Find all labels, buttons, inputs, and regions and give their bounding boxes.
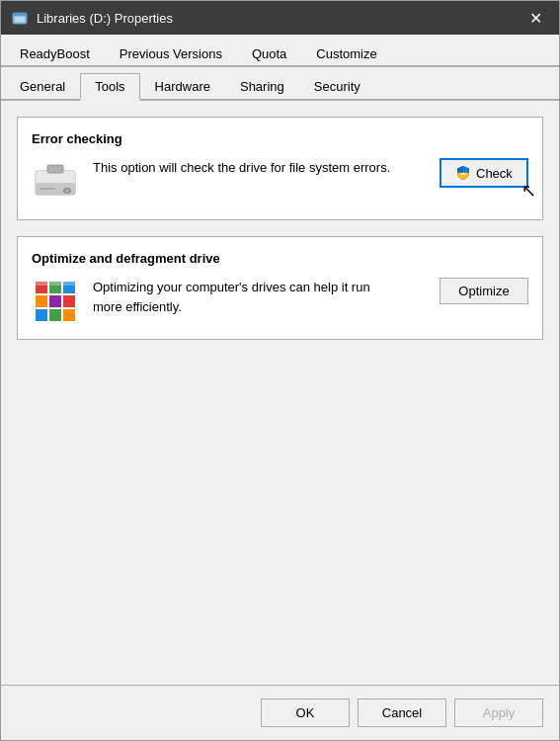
drive-icon-container (32, 158, 79, 206)
optimize-button[interactable]: Optimize (440, 278, 528, 304)
title-bar: Libraries (D:) Properties ✕ (1, 1, 559, 35)
window-icon (11, 9, 29, 27)
tab-previous-versions[interactable]: Previous Versions (105, 41, 237, 67)
tabs-row-1: ReadyBoost Previous Versions Quota Custo… (1, 35, 559, 67)
content-area: Error checking This o (1, 101, 559, 685)
tab-customize[interactable]: Customize (301, 41, 391, 67)
check-button[interactable]: Check (440, 158, 528, 188)
optimize-title: Optimize and defragment drive (32, 251, 528, 266)
apply-label: Apply (483, 705, 516, 720)
svg-rect-2 (13, 13, 27, 16)
tab-quota[interactable]: Quota (237, 41, 301, 67)
cancel-button[interactable]: Cancel (358, 699, 446, 727)
error-checking-body: This option will check the drive for fil… (32, 158, 528, 206)
defrag-icon-container (32, 278, 79, 325)
properties-window: Libraries (D:) Properties ✕ ReadyBoost P… (0, 0, 560, 741)
tab-general[interactable]: General (5, 73, 80, 101)
drive-icon (32, 163, 79, 201)
error-checking-text: This option will check the drive for fil… (93, 158, 396, 178)
tabs-row-2: General Tools Hardware Sharing Security (1, 67, 559, 101)
tab-security[interactable]: Security (299, 73, 375, 101)
tab-hardware[interactable]: Hardware (140, 73, 225, 101)
tab-sharing[interactable]: Sharing (225, 73, 299, 101)
svg-rect-19 (36, 282, 47, 286)
svg-rect-18 (63, 309, 75, 321)
optimize-text: Optimizing your computer's drives can he… (93, 278, 396, 316)
apply-button[interactable]: Apply (454, 699, 543, 727)
svg-rect-15 (63, 295, 75, 307)
defrag-icon (32, 278, 79, 325)
check-button-container: Check ↖ (440, 158, 528, 188)
svg-rect-1 (15, 17, 25, 22)
svg-rect-16 (36, 309, 47, 321)
error-checking-title: Error checking (32, 131, 528, 146)
svg-rect-14 (49, 295, 61, 307)
shield-icon (455, 165, 471, 181)
title-bar-text: Libraries (D:) Properties (37, 11, 521, 26)
svg-rect-9 (47, 165, 63, 173)
footer: OK Cancel Apply (1, 685, 559, 740)
svg-rect-17 (49, 309, 61, 321)
svg-point-7 (65, 189, 70, 193)
svg-rect-21 (63, 282, 75, 286)
optimize-body: Optimizing your computer's drives can he… (32, 278, 528, 325)
svg-rect-20 (49, 282, 61, 286)
cancel-label: Cancel (382, 705, 422, 720)
ok-label: OK (296, 705, 315, 720)
close-button[interactable]: ✕ (521, 4, 549, 32)
optimize-right: Optimize (410, 278, 528, 304)
check-button-label: Check (476, 166, 513, 181)
svg-rect-8 (40, 188, 55, 190)
tab-readyboost[interactable]: ReadyBoost (5, 41, 105, 67)
svg-rect-13 (36, 295, 47, 307)
optimize-button-label: Optimize (458, 284, 509, 298)
ok-button[interactable]: OK (261, 699, 350, 727)
error-checking-right: Check ↖ (410, 158, 528, 188)
optimize-section: Optimize and defragment drive (17, 236, 543, 340)
tab-tools[interactable]: Tools (80, 73, 139, 101)
error-checking-section: Error checking This o (17, 117, 543, 220)
